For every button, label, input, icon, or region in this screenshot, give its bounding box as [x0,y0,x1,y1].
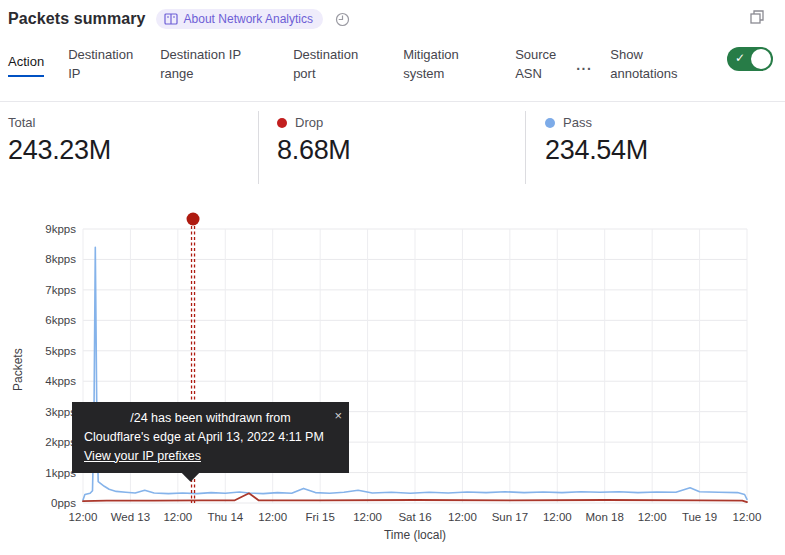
expand-panel-icon[interactable] [749,9,765,29]
svg-text:12:00: 12:00 [163,511,192,523]
packets-summary-panel: Packets summary About Network Analytics … [0,0,785,555]
svg-text:0pps: 0pps [51,497,76,509]
tab-destination-port[interactable]: Destination port [293,46,379,84]
annotation-tooltip: × /24 has been withdrawn from Cloudflare… [72,402,349,473]
stats-row: Total 243.23M Drop 8.68M Pass 234.54M [0,101,785,190]
stat-total-value: 243.23M [8,135,111,166]
tab-mitigation-system[interactable]: Mitigation system [403,46,491,84]
toggle-knob [751,49,771,69]
svg-text:12:00: 12:00 [543,511,572,523]
stat-total: Total 243.23M [8,115,111,166]
dimension-tabs: Action Destination IP Destination IP ran… [8,42,692,88]
svg-text:12:00: 12:00 [69,511,98,523]
badge-label: About Network Analytics [184,12,313,26]
svg-text:6kpps: 6kpps [45,314,76,326]
svg-text:Mon 18: Mon 18 [586,511,624,523]
x-axis-label: Time (local) [83,528,747,542]
svg-text:7kpps: 7kpps [45,284,76,296]
svg-text:12:00: 12:00 [448,511,477,523]
book-icon [164,13,178,25]
tab-destination-ip-range[interactable]: Destination IP range [160,46,269,84]
stat-drop: Drop 8.68M [277,115,351,166]
svg-text:Sun 17: Sun 17 [492,511,528,523]
svg-text:Fri 15: Fri 15 [305,511,334,523]
svg-text:Sat 16: Sat 16 [398,511,431,523]
tooltip-line2: Cloudflare's edge at April 13, 2022 4:11… [84,428,337,447]
svg-text:12:00: 12:00 [733,511,762,523]
clock-icon[interactable] [335,12,350,27]
svg-text:4kpps: 4kpps [45,375,76,387]
stat-pass-label: Pass [563,115,592,130]
tab-source-asn[interactable]: Source ASN [515,46,564,84]
stat-total-label: Total [8,115,35,130]
stat-drop-value: 8.68M [277,135,351,166]
svg-text:Wed 13: Wed 13 [111,511,150,523]
svg-text:12:00: 12:00 [638,511,667,523]
view-ip-prefixes-link[interactable]: View your IP prefixes [84,447,201,466]
svg-text:9kpps: 9kpps [45,223,76,235]
page-title: Packets summary [8,10,146,28]
checkmark-icon: ✓ [735,51,745,65]
svg-text:12:00: 12:00 [258,511,287,523]
stat-pass: Pass 234.54M [545,115,648,166]
svg-text:12:00: 12:00 [353,511,382,523]
divider [258,111,259,184]
header: Packets summary About Network Analytics [8,9,350,29]
show-annotations-label: Show annotations [610,46,692,84]
about-network-analytics-badge[interactable]: About Network Analytics [156,9,323,29]
more-tabs-icon[interactable]: ... [576,57,592,73]
svg-text:Tue 19: Tue 19 [682,511,717,523]
pass-legend-dot [545,118,555,128]
tab-destination-ip[interactable]: Destination IP [68,46,136,84]
packets-line-chart[interactable]: 9kpps8kpps7kpps6kpps5kpps4kpps3kpps2kpps… [0,210,785,555]
show-annotations-toggle[interactable]: ✓ [727,47,773,71]
stat-pass-value: 234.54M [545,135,648,166]
tooltip-line1: /24 has been withdrawn from [84,409,337,428]
stat-drop-label: Drop [295,115,323,130]
svg-text:8kpps: 8kpps [45,253,76,265]
svg-text:Thu 14: Thu 14 [207,511,243,523]
divider [525,111,526,184]
svg-text:5kpps: 5kpps [45,345,76,357]
drop-legend-dot [277,118,287,128]
tab-action[interactable]: Action [8,53,44,77]
close-icon[interactable]: × [334,406,342,426]
